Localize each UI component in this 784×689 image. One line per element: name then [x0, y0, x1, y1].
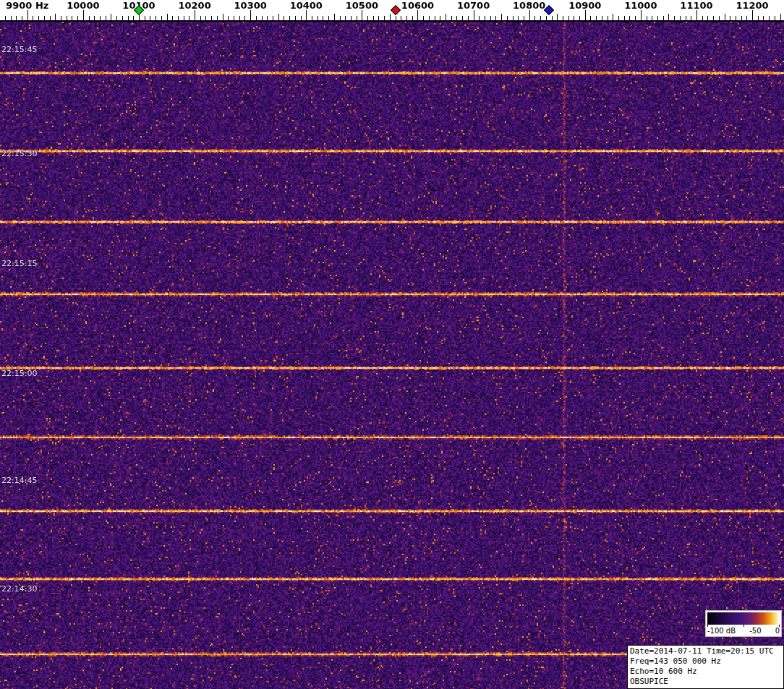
freq-tick-label: 11100	[680, 0, 712, 11]
observation-info-box: Date=2014-07-11 Time=20:15 UTC Freq=143 …	[627, 645, 784, 689]
freq-tick-label: 10000	[67, 0, 99, 11]
freq-tick-label: 10700	[457, 0, 490, 11]
time-tick-label: 22:14:45	[1, 476, 37, 485]
legend-min-label: -100 dB	[707, 627, 736, 635]
info-station-line: OBSUPICE	[630, 677, 781, 687]
time-tick-label: 22:15:15	[1, 259, 37, 268]
freq-tick-label: 10800	[513, 0, 545, 11]
freq-tick-label: 10900	[568, 0, 601, 11]
spectrogram-canvas	[0, 22, 784, 689]
legend-mid-label: -50	[749, 627, 761, 635]
freq-tick-label: 9900 Hz	[6, 0, 48, 11]
freq-tick-label: 10500	[346, 0, 378, 11]
color-scale-labels: -100 dB -50 0	[707, 625, 780, 635]
time-tick-label: 22:15:00	[1, 369, 37, 378]
freq-tick-label: 10300	[234, 0, 267, 11]
time-tick-label: 22:14:30	[1, 584, 37, 594]
freq-tick-label: 10400	[290, 0, 323, 11]
freq-tick-label: 11200	[736, 0, 768, 11]
freq-tick-label: 10600	[401, 0, 434, 11]
freq-tick-label: 11000	[624, 0, 657, 11]
info-freq-line: Freq=143 050 000 Hz	[630, 656, 781, 667]
frequency-ruler: 9900 Hz100001010010200103001040010500106…	[0, 0, 784, 22]
time-tick-label: 22:15:45	[1, 45, 37, 54]
info-date-line: Date=2014-07-11 Time=20:15 UTC	[630, 646, 781, 656]
color-scale-legend: -100 dB -50 0	[705, 610, 782, 637]
legend-max-label: 0	[775, 627, 780, 635]
info-echo-line: Echo=10 600 Hz	[630, 667, 781, 677]
color-scale-gradient	[707, 612, 780, 625]
freq-tick-label: 10200	[178, 0, 210, 11]
spectrogram-app: 9900 Hz100001010010200103001040010500106…	[0, 0, 784, 689]
time-tick-label: 22:15:30	[1, 149, 37, 158]
